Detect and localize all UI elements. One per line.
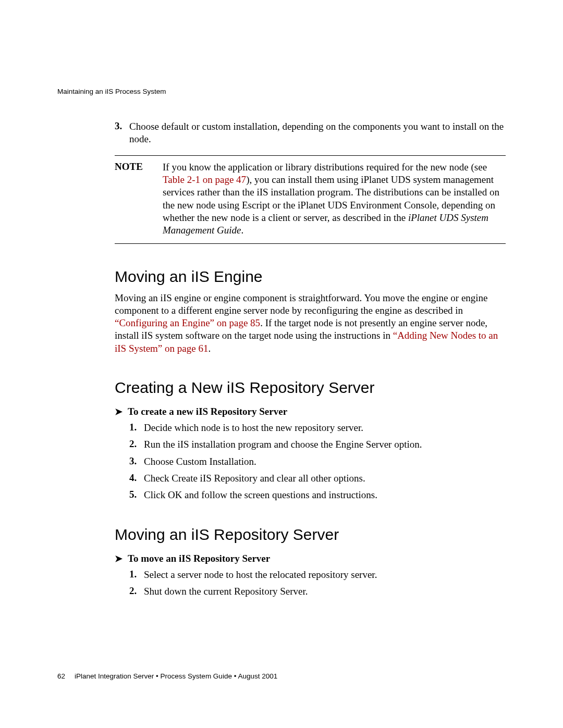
step-number: 1. [129,422,144,434]
step-text: Choose Custom Installation. [144,455,256,468]
page: Maintaining an iIS Process System 3. Cho… [0,0,563,598]
step-text: Select a server node to host the relocat… [144,569,377,581]
note-text-end: . [241,225,243,236]
para-moving-engine: Moving an iIS engine or engine component… [115,292,506,355]
para-text-a: Moving an iIS engine or engine component… [115,292,488,316]
step-number: 5. [129,489,144,501]
content: 3. Choose default or custom installation… [115,120,506,598]
list-item: 2.Run the iIS installation program and c… [129,438,506,451]
step-number: 3. [115,120,129,146]
step-number: 4. [129,472,144,485]
heading-creating-repo: Creating a New iIS Repository Server [115,379,506,397]
list-item: 3.Choose Custom Installation. [129,455,506,468]
list-item: 1.Select a server node to host the reloc… [129,569,506,581]
procedure-title: To move an iIS Repository Server [128,553,270,564]
link-configuring-engine[interactable]: “Configuring an Engine” on page 85 [115,317,260,328]
note-box: NOTE If you know the application or libr… [115,155,506,244]
step-text: Decide which node is to host the new rep… [144,422,363,434]
note-link[interactable]: Table 2-1 on page 47 [163,174,246,185]
procedure-heading-move: ➤ To move an iIS Repository Server [115,553,506,564]
step-text: Shut down the current Repository Server. [144,585,308,598]
note-label: NOTE [115,161,163,237]
list-item: 2.Shut down the current Repository Serve… [129,585,506,598]
page-footer: 62 iPlanet Integration Server • Process … [57,672,277,680]
footer-text: iPlanet Integration Server • Process Sys… [75,672,277,680]
step-number: 2. [129,585,144,598]
running-header: Maintaining an iIS Process System [57,88,506,95]
step-text: Run the iIS installation program and cho… [144,438,422,451]
list-item: 5.Click OK and follow the screen questio… [129,489,506,501]
step-text: Check Create iIS Repository and clear al… [144,472,365,485]
step-number: 3. [129,455,144,468]
heading-moving-engine: Moving an iIS Engine [115,268,506,286]
intro-step: 3. Choose default or custom installation… [115,120,506,146]
step-text: Choose default or custom installation, d… [129,120,506,146]
step-number: 2. [129,438,144,451]
page-number: 62 [57,672,65,680]
arrow-icon: ➤ [115,554,123,563]
note-body: If you know the application or library d… [163,161,506,237]
arrow-icon: ➤ [115,407,123,416]
list-item: 4.Check Create iIS Repository and clear … [129,472,506,485]
step-text: Click OK and follow the screen questions… [144,489,377,501]
list-item: 1.Decide which node is to host the new r… [129,422,506,434]
step-number: 1. [129,569,144,581]
note-text-pre: If you know the application or library d… [163,162,487,172]
procedure-heading-create: ➤ To create a new iIS Repository Server [115,406,506,417]
heading-moving-repo: Moving an iIS Repository Server [115,526,506,544]
procedure-title: To create a new iIS Repository Server [128,406,287,417]
para-text-c: . [208,343,211,354]
